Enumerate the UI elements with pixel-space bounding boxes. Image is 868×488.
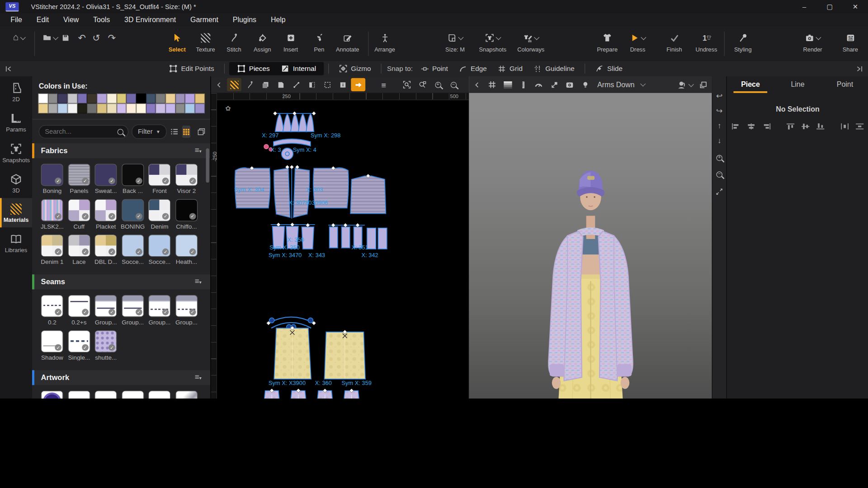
- menu-plugins[interactable]: Plugins: [226, 13, 264, 26]
- fabrics-item[interactable]: ✓Sweat...: [92, 164, 119, 194]
- color-swatch[interactable]: [195, 94, 205, 103]
- 2d-pattern-view[interactable]: i ≡ + − -250: [210, 76, 469, 399]
- arrange-button[interactable]: Arrange: [370, 29, 399, 52]
- fabrics-item[interactable]: ✓Lace: [66, 235, 92, 265]
- color-swatch[interactable]: [97, 103, 107, 113]
- seams-item[interactable]: ✓Group...: [146, 295, 173, 325]
- color-swatch[interactable]: [146, 103, 156, 113]
- zoom-area-icon[interactable]: [400, 78, 414, 91]
- seams-item[interactable]: ✓Single...: [66, 330, 92, 361]
- zoom-selected-icon[interactable]: [415, 78, 429, 91]
- tab-piece[interactable]: Piece: [727, 76, 774, 93]
- gauge-icon[interactable]: [532, 78, 546, 91]
- styling-button[interactable]: Styling: [728, 29, 757, 52]
- info-icon[interactable]: i: [335, 78, 350, 91]
- rotate-left-icon[interactable]: ↩: [716, 92, 722, 99]
- move-up-icon[interactable]: ↑: [717, 122, 722, 129]
- internal-toggle[interactable]: Internal: [275, 62, 321, 75]
- select-tool-button[interactable]: Select: [163, 29, 192, 52]
- artwork-item[interactable]: ✓shutte...: [66, 390, 92, 399]
- home-button[interactable]: ⌂: [5, 29, 33, 46]
- color-swatch[interactable]: [156, 94, 165, 103]
- fabrics-item[interactable]: ✓Visor 2: [173, 164, 200, 194]
- panel-view-button[interactable]: [197, 126, 206, 138]
- snap-point-toggle[interactable]: Point: [415, 62, 453, 75]
- artwork-item[interactable]: ✓tackin...: [173, 390, 200, 399]
- assign-tool-button[interactable]: Assign: [248, 29, 277, 52]
- color-swatch[interactable]: [165, 94, 175, 103]
- move-down-icon[interactable]: ↓: [717, 136, 722, 144]
- undo-button[interactable]: ↶: [74, 29, 90, 46]
- distribute-v-icon[interactable]: [854, 121, 866, 133]
- avatar-3d[interactable]: [469, 93, 712, 399]
- color-swatch[interactable]: [136, 103, 146, 113]
- sidebar-item-2d[interactable]: 2D: [0, 76, 32, 107]
- collapse-right-icon[interactable]: [855, 65, 863, 73]
- rotate-right-icon[interactable]: ↪: [716, 107, 722, 114]
- color-swatch[interactable]: [67, 103, 77, 113]
- pose-selector[interactable]: Arms Down: [597, 80, 645, 89]
- color-swatch[interactable]: [87, 94, 97, 103]
- sidebar-item-materials[interactable]: Materials: [0, 198, 32, 227]
- stitch-tool-button[interactable]: Stitch: [220, 29, 249, 52]
- texture-mode-icon[interactable]: [227, 78, 241, 91]
- maximize-button[interactable]: ▢: [817, 0, 842, 13]
- section-menu-icon[interactable]: ≡▾: [195, 147, 202, 155]
- zoom-out-3d-icon[interactable]: −: [716, 172, 722, 178]
- fabrics-item[interactable]: ✓Front: [146, 164, 173, 194]
- menu-garment[interactable]: Garment: [183, 13, 226, 26]
- section-header-artwork[interactable]: Artwork≡▾: [32, 370, 210, 385]
- fabrics-item[interactable]: ✓DBL D...: [92, 235, 119, 265]
- align-top-icon[interactable]: [784, 121, 796, 133]
- color-swatch[interactable]: [38, 103, 48, 113]
- colorways-button[interactable]: Colorways: [513, 29, 549, 52]
- fabrics-item[interactable]: ✓Socce...: [146, 235, 173, 265]
- sidebar-item-params[interactable]: Params: [0, 107, 32, 137]
- fabrics-item[interactable]: ✓Chiffo...: [173, 199, 200, 230]
- color-swatch[interactable]: [67, 94, 77, 103]
- fabrics-item[interactable]: ✓Back ...: [119, 164, 146, 194]
- fabrics-item[interactable]: ✓Cuff: [66, 199, 92, 230]
- color-swatch[interactable]: [117, 103, 127, 113]
- collapse-2d-icon[interactable]: [212, 78, 226, 91]
- align-center-h-icon[interactable]: [745, 121, 757, 133]
- fabrics-item[interactable]: ✓Panels: [66, 164, 92, 194]
- minimize-button[interactable]: –: [792, 0, 817, 13]
- seams-item[interactable]: ✓Shadow: [39, 330, 66, 361]
- scale-icon[interactable]: [547, 78, 561, 91]
- color-swatch[interactable]: [126, 103, 136, 113]
- section-header-seams[interactable]: Seams≡▾: [32, 274, 210, 289]
- stitch-2d-icon[interactable]: [242, 78, 257, 91]
- share-button[interactable]: SZ Share: [836, 29, 865, 52]
- save-button[interactable]: [57, 29, 74, 46]
- snapshots-button[interactable]: Snapshots: [475, 29, 510, 52]
- prepare-button[interactable]: Prepare: [593, 29, 622, 52]
- section-menu-icon[interactable]: ≡▾: [195, 374, 202, 381]
- fabrics-item[interactable]: ✓Heath...: [173, 235, 200, 265]
- color-swatch[interactable]: [185, 103, 195, 113]
- color-swatch[interactable]: [58, 94, 68, 103]
- color-swatch[interactable]: [77, 103, 87, 113]
- panel-scrollbar[interactable]: [206, 148, 209, 183]
- distribute-h-icon[interactable]: [838, 121, 850, 133]
- color-swatch[interactable]: [48, 103, 58, 113]
- light-icon[interactable]: [578, 78, 592, 91]
- seams-item[interactable]: ✓shutte...: [92, 330, 119, 361]
- seams-item[interactable]: ✓Group...: [173, 295, 200, 325]
- menu-tools[interactable]: Tools: [86, 13, 117, 26]
- list-view-button[interactable]: [170, 126, 179, 138]
- color-swatch[interactable]: [87, 103, 97, 113]
- tab-point[interactable]: Point: [821, 76, 868, 93]
- color-swatch[interactable]: [195, 103, 205, 113]
- annotate-tool-button[interactable]: Annotate: [333, 29, 362, 52]
- color-swatch[interactable]: [77, 94, 87, 103]
- section-menu-icon[interactable]: ≡▾: [195, 278, 202, 286]
- zoom-out-icon[interactable]: −: [446, 78, 461, 91]
- tab-line[interactable]: Line: [774, 76, 821, 93]
- fabrics-item[interactable]: ✓Socce...: [119, 235, 146, 265]
- snap-guideline-toggle[interactable]: Guideline: [528, 62, 580, 75]
- seams-item[interactable]: ✓Group...: [92, 295, 119, 325]
- color-swatch[interactable]: [107, 94, 117, 103]
- color-swatch[interactable]: [185, 94, 195, 103]
- color-swatch[interactable]: [38, 94, 48, 103]
